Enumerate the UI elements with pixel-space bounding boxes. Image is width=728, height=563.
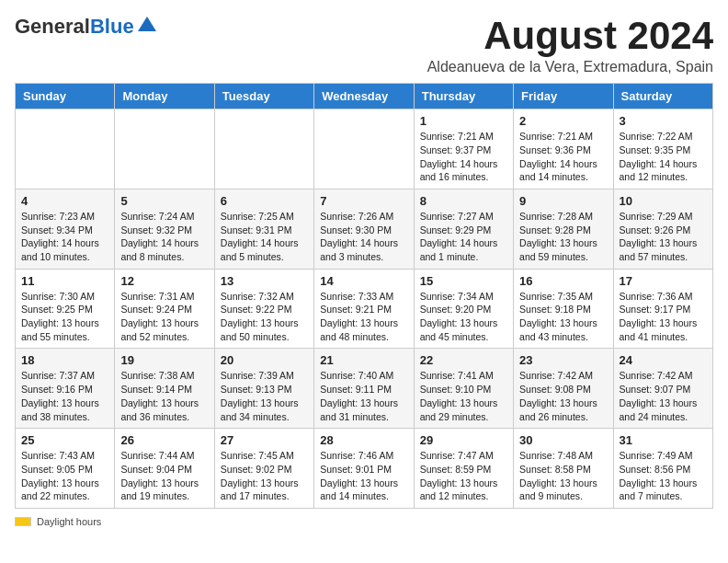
header: General Blue August 2024 Aldeanueva de l… <box>15 15 713 75</box>
table-row: 14Sunrise: 7:33 AM Sunset: 9:21 PM Dayli… <box>314 269 414 349</box>
header-friday: Friday <box>514 84 613 109</box>
day-number: 27 <box>221 433 308 447</box>
table-row: 25Sunrise: 7:43 AM Sunset: 9:05 PM Dayli… <box>16 429 115 509</box>
day-number: 2 <box>519 114 607 128</box>
day-number: 9 <box>519 194 607 208</box>
day-info: Sunrise: 7:49 AM Sunset: 8:56 PM Dayligh… <box>620 449 707 503</box>
table-row: 9Sunrise: 7:28 AM Sunset: 9:28 PM Daylig… <box>514 189 613 269</box>
table-row: 31Sunrise: 7:49 AM Sunset: 8:56 PM Dayli… <box>613 429 712 509</box>
day-info: Sunrise: 7:23 AM Sunset: 9:34 PM Dayligh… <box>21 210 108 264</box>
header-monday: Monday <box>115 84 214 109</box>
logo-blue-text: Blue <box>90 15 134 39</box>
day-info: Sunrise: 7:39 AM Sunset: 9:13 PM Dayligh… <box>221 369 308 423</box>
header-saturday: Saturday <box>613 84 712 109</box>
table-row: 11Sunrise: 7:30 AM Sunset: 9:25 PM Dayli… <box>16 269 115 349</box>
calendar-week-row: 1Sunrise: 7:21 AM Sunset: 9:37 PM Daylig… <box>16 109 713 190</box>
day-info: Sunrise: 7:35 AM Sunset: 9:18 PM Dayligh… <box>519 290 607 344</box>
day-number: 7 <box>320 194 407 208</box>
day-number: 17 <box>620 274 707 288</box>
day-info: Sunrise: 7:46 AM Sunset: 9:01 PM Dayligh… <box>320 449 407 503</box>
table-row: 1Sunrise: 7:21 AM Sunset: 9:37 PM Daylig… <box>414 109 513 190</box>
weekday-header-row: Sunday Monday Tuesday Wednesday Thursday… <box>16 84 713 109</box>
table-row: 6Sunrise: 7:25 AM Sunset: 9:31 PM Daylig… <box>214 189 313 269</box>
day-info: Sunrise: 7:34 AM Sunset: 9:20 PM Dayligh… <box>420 290 507 344</box>
calendar-week-row: 18Sunrise: 7:37 AM Sunset: 9:16 PM Dayli… <box>16 349 713 429</box>
day-info: Sunrise: 7:31 AM Sunset: 9:24 PM Dayligh… <box>120 290 208 344</box>
day-number: 8 <box>420 194 507 208</box>
day-number: 11 <box>21 274 108 288</box>
day-info: Sunrise: 7:42 AM Sunset: 9:08 PM Dayligh… <box>519 369 607 423</box>
day-number: 15 <box>420 274 507 288</box>
calendar-week-row: 4Sunrise: 7:23 AM Sunset: 9:34 PM Daylig… <box>16 189 713 269</box>
table-row: 15Sunrise: 7:34 AM Sunset: 9:20 PM Dayli… <box>414 269 513 349</box>
day-info: Sunrise: 7:21 AM Sunset: 9:36 PM Dayligh… <box>519 130 607 184</box>
day-number: 23 <box>519 353 607 367</box>
day-number: 18 <box>21 353 108 367</box>
day-number: 1 <box>420 114 507 128</box>
table-row: 3Sunrise: 7:22 AM Sunset: 9:35 PM Daylig… <box>613 109 712 190</box>
day-info: Sunrise: 7:30 AM Sunset: 9:25 PM Dayligh… <box>21 290 108 344</box>
day-number: 26 <box>120 433 208 447</box>
day-number: 12 <box>120 274 208 288</box>
day-info: Sunrise: 7:26 AM Sunset: 9:30 PM Dayligh… <box>320 210 407 264</box>
day-info: Sunrise: 7:28 AM Sunset: 9:28 PM Dayligh… <box>519 210 607 264</box>
day-info: Sunrise: 7:42 AM Sunset: 9:07 PM Dayligh… <box>620 369 707 423</box>
logo-icon <box>138 15 156 33</box>
day-number: 13 <box>221 274 308 288</box>
location-subtitle: Aldeanueva de la Vera, Extremadura, Spai… <box>427 59 713 75</box>
day-info: Sunrise: 7:24 AM Sunset: 9:32 PM Dayligh… <box>120 210 208 264</box>
day-number: 16 <box>519 274 607 288</box>
table-row: 12Sunrise: 7:31 AM Sunset: 9:24 PM Dayli… <box>115 269 214 349</box>
day-info: Sunrise: 7:48 AM Sunset: 8:58 PM Dayligh… <box>519 449 607 503</box>
calendar-table: Sunday Monday Tuesday Wednesday Thursday… <box>15 83 713 509</box>
header-tuesday: Tuesday <box>214 84 313 109</box>
table-row <box>214 109 313 190</box>
day-info: Sunrise: 7:43 AM Sunset: 9:05 PM Dayligh… <box>21 449 108 503</box>
table-row: 4Sunrise: 7:23 AM Sunset: 9:34 PM Daylig… <box>16 189 115 269</box>
table-row: 30Sunrise: 7:48 AM Sunset: 8:58 PM Dayli… <box>514 429 613 509</box>
day-info: Sunrise: 7:21 AM Sunset: 9:37 PM Dayligh… <box>420 130 507 184</box>
logo: General Blue <box>15 15 156 39</box>
day-info: Sunrise: 7:45 AM Sunset: 9:02 PM Dayligh… <box>221 449 308 503</box>
day-info: Sunrise: 7:22 AM Sunset: 9:35 PM Dayligh… <box>620 130 707 184</box>
header-wednesday: Wednesday <box>314 84 414 109</box>
table-row: 5Sunrise: 7:24 AM Sunset: 9:32 PM Daylig… <box>115 189 214 269</box>
day-info: Sunrise: 7:25 AM Sunset: 9:31 PM Dayligh… <box>221 210 308 264</box>
table-row: 7Sunrise: 7:26 AM Sunset: 9:30 PM Daylig… <box>314 189 414 269</box>
day-number: 14 <box>320 274 407 288</box>
header-sunday: Sunday <box>16 84 115 109</box>
day-number: 19 <box>120 353 208 367</box>
day-info: Sunrise: 7:29 AM Sunset: 9:26 PM Dayligh… <box>620 210 707 264</box>
month-title: August 2024 <box>427 15 713 57</box>
table-row: 23Sunrise: 7:42 AM Sunset: 9:08 PM Dayli… <box>514 349 613 429</box>
day-number: 10 <box>620 194 707 208</box>
day-number: 5 <box>120 194 208 208</box>
calendar-week-row: 11Sunrise: 7:30 AM Sunset: 9:25 PM Dayli… <box>16 269 713 349</box>
day-number: 6 <box>221 194 308 208</box>
table-row <box>16 109 115 190</box>
table-row: 2Sunrise: 7:21 AM Sunset: 9:36 PM Daylig… <box>514 109 613 190</box>
daylight-bar-icon <box>15 517 31 526</box>
day-number: 22 <box>420 353 507 367</box>
day-info: Sunrise: 7:37 AM Sunset: 9:16 PM Dayligh… <box>21 369 108 423</box>
table-row: 20Sunrise: 7:39 AM Sunset: 9:13 PM Dayli… <box>214 349 313 429</box>
table-row: 28Sunrise: 7:46 AM Sunset: 9:01 PM Dayli… <box>314 429 414 509</box>
day-number: 21 <box>320 353 407 367</box>
header-thursday: Thursday <box>414 84 513 109</box>
table-row: 13Sunrise: 7:32 AM Sunset: 9:22 PM Dayli… <box>214 269 313 349</box>
day-info: Sunrise: 7:38 AM Sunset: 9:14 PM Dayligh… <box>120 369 208 423</box>
day-info: Sunrise: 7:36 AM Sunset: 9:17 PM Dayligh… <box>620 290 707 344</box>
day-info: Sunrise: 7:41 AM Sunset: 9:10 PM Dayligh… <box>420 369 507 423</box>
day-info: Sunrise: 7:33 AM Sunset: 9:21 PM Dayligh… <box>320 290 407 344</box>
table-row: 17Sunrise: 7:36 AM Sunset: 9:17 PM Dayli… <box>613 269 712 349</box>
daylight-label: Daylight hours <box>37 516 101 527</box>
day-number: 20 <box>221 353 308 367</box>
calendar-week-row: 25Sunrise: 7:43 AM Sunset: 9:05 PM Dayli… <box>16 429 713 509</box>
day-info: Sunrise: 7:27 AM Sunset: 9:29 PM Dayligh… <box>420 210 507 264</box>
title-area: August 2024 Aldeanueva de la Vera, Extre… <box>427 15 713 75</box>
table-row: 26Sunrise: 7:44 AM Sunset: 9:04 PM Dayli… <box>115 429 214 509</box>
day-info: Sunrise: 7:32 AM Sunset: 9:22 PM Dayligh… <box>221 290 308 344</box>
table-row <box>314 109 414 190</box>
table-row: 18Sunrise: 7:37 AM Sunset: 9:16 PM Dayli… <box>16 349 115 429</box>
day-number: 3 <box>620 114 707 128</box>
